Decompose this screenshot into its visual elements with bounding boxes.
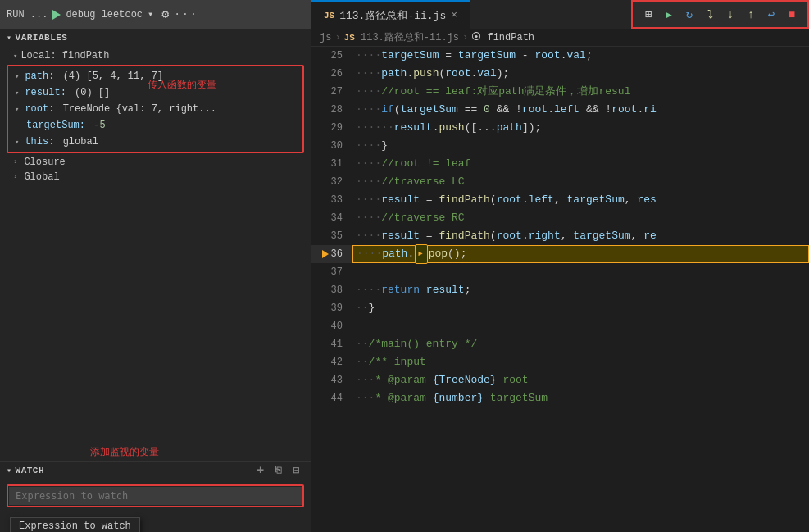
step-over-button[interactable]: ⤵ <box>701 6 719 24</box>
left-panel: 传入函数的变量 ▾ VARIABLES ▾ Local: findPath ▾ <box>0 29 311 532</box>
variables-body: ▾ Local: findPath ▾ path: (4) [5, 4, 11,… <box>0 47 311 461</box>
editor-tab[interactable]: JS 113.路径总和-ii.js × <box>311 0 470 29</box>
breadcrumb-part3: ⦿ findPath <box>471 31 534 43</box>
debug-config-label: debug leetcoc <box>66 9 143 20</box>
code-line-43: ···* @param {TreeNode} root <box>352 371 809 389</box>
watch-header[interactable]: ▾ WATCH + ⎘ ⊟ <box>0 462 311 480</box>
code-line-44: ···* @param {number} targetSum <box>352 389 809 407</box>
var-name-path: path: <box>25 70 54 82</box>
var-result[interactable]: ▾ result: (0) [] <box>8 84 302 101</box>
dropdown-arrow[interactable]: ▾ <box>148 8 153 20</box>
code-line-37 <box>352 263 809 281</box>
line-number-35: 35 <box>311 227 352 245</box>
more-options[interactable]: ··· <box>174 8 198 20</box>
watch-label: WATCH <box>16 466 45 475</box>
var-targetsum[interactable]: targetSum: -5 <box>8 117 302 134</box>
line-number-28: 28 <box>311 101 352 119</box>
breadcrumb-sep1: › <box>334 32 340 43</box>
watch-tooltip: Expression to watch <box>10 517 140 532</box>
local-vars-box: ▾ path: (4) [5, 4, 11, 7] ▾ result: (0) … <box>7 65 304 153</box>
watch-chevron: ▾ <box>7 466 12 475</box>
stop-button[interactable]: ■ <box>783 6 801 24</box>
play-button[interactable] <box>52 10 61 20</box>
continue-button[interactable]: ▶ <box>660 6 678 24</box>
js-badge: JS <box>324 11 334 20</box>
line-number-34: 34 <box>311 209 352 227</box>
step-out-button[interactable]: ↑ <box>742 6 760 24</box>
code-content: ····targetSum = targetSum - root.val; ··… <box>352 47 809 532</box>
line-number-40: 40 <box>311 317 352 335</box>
var-value-path: (4) [5, 4, 11, 7] <box>57 70 163 82</box>
variables-chevron: ▾ <box>7 33 12 43</box>
watch-input-box <box>7 484 304 507</box>
line-number-26: 26 <box>311 65 352 83</box>
code-editor-panel: js › JS 113.路径总和-ii.js › ⦿ findPath 25 2… <box>311 29 809 532</box>
code-line-32: ····//traverse LC <box>352 173 809 191</box>
local-label: Local: findPath <box>20 50 109 61</box>
code-line-38: ····return result; <box>352 281 809 299</box>
code-line-35: ····result = findPath(root.right, target… <box>352 227 809 245</box>
line-number-39: 39 <box>311 299 352 317</box>
closure-label: Closure <box>24 157 65 168</box>
line-number-30: 30 <box>311 137 352 155</box>
code-line-36: ····path. ► pop(); <box>352 245 809 263</box>
line-number-41: 41 <box>311 335 352 353</box>
breadcrumb-part2: JS 113.路径总和-ii.js <box>344 30 459 44</box>
line-number-43: 43 <box>311 371 352 389</box>
restart-button[interactable]: ↻ <box>680 6 698 24</box>
watch-expression-input[interactable] <box>9 487 302 505</box>
var-value-result: (0) [] <box>69 87 110 98</box>
line-number-36: 36 <box>311 245 352 263</box>
breadcrumb-sep2: › <box>462 32 468 43</box>
watch-copy-button[interactable]: ⎘ <box>271 463 286 478</box>
global-label: Global <box>24 171 59 183</box>
variables-section-header[interactable]: ▾ VARIABLES <box>0 29 311 47</box>
watch-add-button[interactable]: + <box>253 463 268 478</box>
variables-label: VARIABLES <box>16 33 68 43</box>
global-group-header[interactable]: › Global <box>0 170 311 184</box>
line-number-27: 27 <box>311 83 352 101</box>
watch-remove-button[interactable]: ⊟ <box>289 463 304 478</box>
closure-group-header[interactable]: › Closure <box>0 155 311 170</box>
breadcrumb: js › JS 113.路径总和-ii.js › ⦿ findPath <box>311 29 809 47</box>
line-number-37: 37 <box>311 263 352 281</box>
var-root[interactable]: ▾ root: TreeNode {val: 7, right... <box>8 101 302 117</box>
run-toolbar: RUN ... debug leetcoc ▾ ⚙ ··· <box>0 0 311 29</box>
undo-button[interactable]: ↩ <box>762 6 780 24</box>
line-number-33: 33 <box>311 191 352 209</box>
run-label: RUN ... <box>7 9 48 20</box>
line-number-42: 42 <box>311 353 352 371</box>
code-line-42: ··/** input <box>352 353 809 371</box>
var-value-this: global <box>57 136 98 148</box>
var-name-root: root: <box>25 103 54 115</box>
code-area: 25 26 27 28 29 30 31 32 33 34 35 36 37 3… <box>311 47 809 532</box>
code-line-25: ····targetSum = targetSum - root.val; <box>352 47 809 65</box>
gear-icon[interactable]: ⚙ <box>161 7 169 22</box>
code-line-28: ····if(targetSum == 0 && !root.left && !… <box>352 101 809 119</box>
tab-filename: 113.路径总和-ii.js <box>339 8 446 23</box>
code-line-26: ····path.push(root.val); <box>352 65 809 83</box>
line-numbers: 25 26 27 28 29 30 31 32 33 34 35 36 37 3… <box>311 47 352 532</box>
var-name-this: this: <box>25 136 54 148</box>
line-number-25: 25 <box>311 47 352 65</box>
code-line-34: ····//traverse RC <box>352 209 809 227</box>
var-name-targetsum: targetSum: <box>26 120 85 131</box>
code-line-39: ··} <box>352 299 809 317</box>
layout-button[interactable]: ⊞ <box>639 6 657 24</box>
step-into-button[interactable]: ↓ <box>721 6 739 24</box>
breadcrumb-part1: js <box>320 32 331 43</box>
tab-close-button[interactable]: × <box>451 9 457 21</box>
var-this[interactable]: ▾ this: global <box>8 134 302 150</box>
debug-toolbar: 调试运行面板(配合断点食用更佳！) ⊞ ▶ ↻ ⤵ ↓ ↑ ↩ ■ <box>631 0 809 29</box>
code-line-29: ······result.push([...path]); <box>352 119 809 137</box>
watch-section: 添加监视的变量 ▾ WATCH + ⎘ ⊟ <box>0 461 311 532</box>
line-number-31: 31 <box>311 155 352 173</box>
code-line-33: ····result = findPath(root.left, targetS… <box>352 191 809 209</box>
code-line-40 <box>352 317 809 335</box>
var-value-targetsum: -5 <box>88 120 106 131</box>
code-line-41: ··/*main() entry */ <box>352 335 809 353</box>
code-line-31: ····//root != leaf <box>352 155 809 173</box>
var-path[interactable]: ▾ path: (4) [5, 4, 11, 7] <box>8 68 302 84</box>
var-name-result: result: <box>25 87 66 98</box>
local-group-header[interactable]: ▾ Local: findPath <box>0 48 311 63</box>
